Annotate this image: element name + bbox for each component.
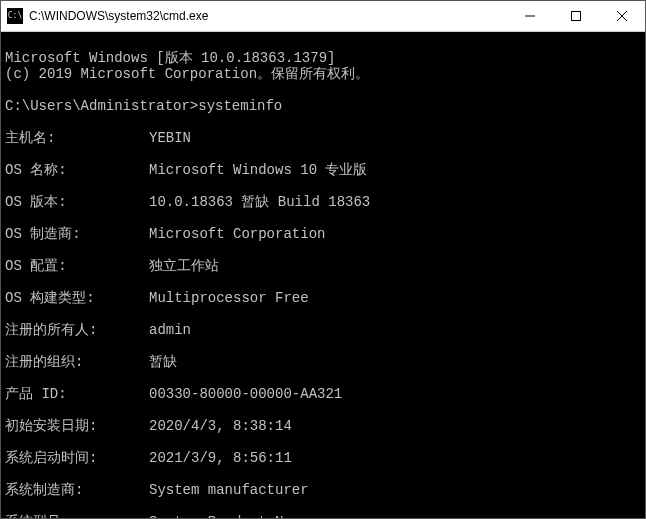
row-regowner: 注册的所有人:admin: [5, 322, 641, 338]
label-oscfg: OS 配置:: [5, 258, 149, 274]
row-osver: OS 版本:10.0.18363 暂缺 Build 18363: [5, 194, 641, 210]
label-osver: OS 版本:: [5, 194, 149, 210]
row-oscfg: OS 配置:独立工作站: [5, 258, 641, 274]
prompt-path: C:\Users\Administrator>: [5, 98, 198, 114]
maximize-button[interactable]: [553, 1, 599, 31]
value-osver: 10.0.18363 暂缺 Build 18363: [149, 194, 641, 210]
label-sysmodel: 系统型号:: [5, 514, 149, 518]
label-osmfr: OS 制造商:: [5, 226, 149, 242]
value-prodid: 00330-80000-00000-AA321: [149, 386, 641, 402]
minimize-button[interactable]: [507, 1, 553, 31]
row-install: 初始安装日期:2020/4/3, 8:38:14: [5, 418, 641, 434]
value-sysmfr: System manufacturer: [149, 482, 641, 498]
cmd-window: C:\ C:\WINDOWS\system32\cmd.exe Microsof…: [0, 0, 646, 519]
prompt-command: systeminfo: [198, 98, 282, 114]
row-osname: OS 名称:Microsoft Windows 10 专业版: [5, 162, 641, 178]
value-regorg: 暂缺: [149, 354, 641, 370]
row-prodid: 产品 ID:00330-80000-00000-AA321: [5, 386, 641, 402]
row-sysmfr: 系统制造商:System manufacturer: [5, 482, 641, 498]
close-icon: [617, 11, 627, 21]
value-osname: Microsoft Windows 10 专业版: [149, 162, 641, 178]
label-regorg: 注册的组织:: [5, 354, 149, 370]
window-controls: [507, 1, 645, 31]
row-osbuild: OS 构建类型:Multiprocessor Free: [5, 290, 641, 306]
row-boot: 系统启动时间:2021/3/9, 8:56:11: [5, 450, 641, 466]
label-sysmfr: 系统制造商:: [5, 482, 149, 498]
banner-line1: Microsoft Windows [版本 10.0.18363.1379]: [5, 50, 335, 66]
value-hostname: YEBIN: [149, 130, 641, 146]
row-sysmodel: 系统型号:System Product Name: [5, 514, 641, 518]
label-osname: OS 名称:: [5, 162, 149, 178]
row-regorg: 注册的组织:暂缺: [5, 354, 641, 370]
value-install: 2020/4/3, 8:38:14: [149, 418, 641, 434]
close-button[interactable]: [599, 1, 645, 31]
value-sysmodel: System Product Name: [149, 514, 641, 518]
value-regowner: admin: [149, 322, 641, 338]
titlebar: C:\ C:\WINDOWS\system32\cmd.exe: [1, 1, 645, 32]
console-area[interactable]: Microsoft Windows [版本 10.0.18363.1379] (…: [1, 32, 645, 518]
window-title: C:\WINDOWS\system32\cmd.exe: [29, 9, 507, 23]
row-hostname: 主机名:YEBIN: [5, 130, 641, 146]
minimize-icon: [525, 11, 535, 21]
label-boot: 系统启动时间:: [5, 450, 149, 466]
label-regowner: 注册的所有人:: [5, 322, 149, 338]
label-prodid: 产品 ID:: [5, 386, 149, 402]
value-oscfg: 独立工作站: [149, 258, 641, 274]
label-install: 初始安装日期:: [5, 418, 149, 434]
label-hostname: 主机名:: [5, 130, 149, 146]
value-osbuild: Multiprocessor Free: [149, 290, 641, 306]
value-boot: 2021/3/9, 8:56:11: [149, 450, 641, 466]
banner-line2: (c) 2019 Microsoft Corporation。保留所有权利。: [5, 66, 369, 82]
maximize-icon: [571, 11, 581, 21]
svg-rect-1: [572, 12, 581, 21]
label-osbuild: OS 构建类型:: [5, 290, 149, 306]
cmd-icon: C:\: [7, 8, 23, 24]
value-osmfr: Microsoft Corporation: [149, 226, 641, 242]
row-osmfr: OS 制造商:Microsoft Corporation: [5, 226, 641, 242]
